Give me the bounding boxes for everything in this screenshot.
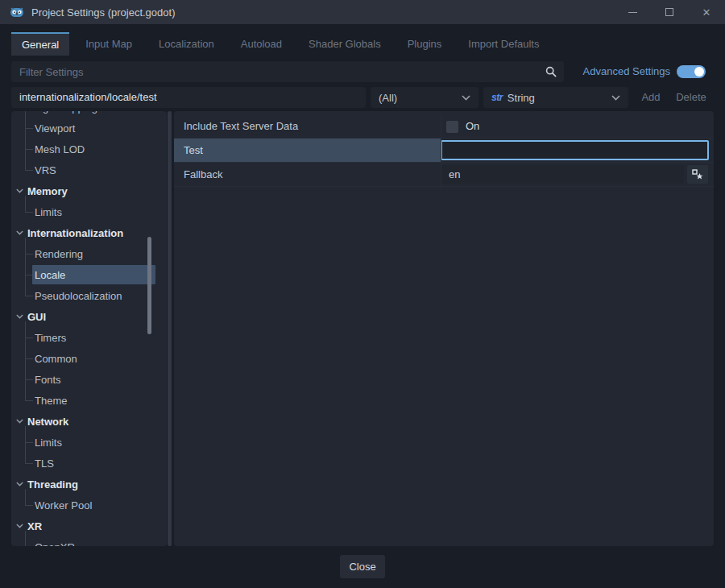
tree-item-label: OpenXR <box>35 541 75 547</box>
tree-item-label: Worker Pool <box>35 499 92 511</box>
minimize-button[interactable] <box>614 0 651 24</box>
panel-splitter[interactable] <box>168 111 172 546</box>
maximize-button[interactable] <box>651 0 688 24</box>
tree-category-internationalization[interactable]: Internationalization <box>11 222 167 243</box>
chevron-down-icon <box>462 95 470 101</box>
settings-properties-panel: Include Text Server DataOnTestFallbacken <box>174 111 714 546</box>
type-dropdown[interactable]: str String <box>483 87 628 108</box>
tree-item-label: Viewport <box>35 122 75 135</box>
close-window-button[interactable]: ✕ <box>688 0 725 24</box>
checkbox-unchecked[interactable] <box>446 121 458 133</box>
tree-category-xr[interactable]: XR <box>11 516 167 536</box>
tree-children: LightmappingViewportMesh LODVRS <box>11 111 167 180</box>
tree-category-threading[interactable]: Threading <box>11 474 167 495</box>
tab-autoload[interactable]: Autoload <box>230 32 292 56</box>
chevron-down-icon <box>16 482 26 487</box>
property-value-input[interactable]: en <box>442 165 684 184</box>
tree-item-label: Mesh LOD <box>35 143 85 155</box>
chevron-down-icon <box>16 314 26 319</box>
tree-category-label: Network <box>27 416 68 428</box>
locale-picker-button[interactable] <box>687 165 708 184</box>
tree-item-worker-pool[interactable]: Worker Pool <box>11 495 167 516</box>
titlebar: Project Settings (project.godot) ✕ <box>0 0 725 24</box>
chevron-down-icon <box>16 230 26 235</box>
tree-item-vrs[interactable]: VRS <box>11 159 167 180</box>
tree-item-label: Limits <box>35 206 62 218</box>
delete-button[interactable]: Delete <box>669 87 714 108</box>
tree-item-label: TLS <box>35 458 54 470</box>
tree-category-label: Internationalization <box>27 227 123 239</box>
advanced-settings-toggle[interactable] <box>677 65 706 78</box>
tree-item-label: Common <box>35 353 77 365</box>
search-icon <box>545 66 557 77</box>
tab-localization[interactable]: Localization <box>148 32 225 56</box>
type-value: String <box>508 92 535 104</box>
tab-input-map[interactable]: Input Map <box>75 32 143 56</box>
tree-item-fonts[interactable]: Fonts <box>11 369 167 390</box>
toggle-knob <box>694 67 704 77</box>
tree-item-limits[interactable]: Limits <box>11 432 167 453</box>
settings-category-tree: LightmappingViewportMesh LODVRSMemoryLim… <box>11 111 167 546</box>
tab-import-defaults[interactable]: Import Defaults <box>458 32 549 56</box>
tree-item-openxr[interactable]: OpenXR <box>11 536 167 546</box>
tree-item-label: Locale <box>35 269 65 281</box>
tree-category-network[interactable]: Network <box>11 411 167 432</box>
chevron-down-icon <box>16 188 26 193</box>
chevron-down-icon <box>16 524 26 528</box>
sidebar-scrollbar[interactable] <box>147 237 151 334</box>
property-value-input-focused[interactable] <box>441 140 709 160</box>
tree-category-memory[interactable]: Memory <box>11 180 167 201</box>
godot-logo-icon <box>10 5 24 19</box>
minimize-icon <box>628 12 637 13</box>
close-icon: ✕ <box>702 7 711 18</box>
chevron-down-icon <box>611 95 620 101</box>
tree-item-label: Pseudolocalization <box>35 290 122 302</box>
tab-general[interactable]: General <box>11 32 69 56</box>
tree-children: TimersCommonFontsTheme <box>11 327 167 411</box>
tree-item-limits[interactable]: Limits <box>11 201 167 222</box>
tree-item-label: Lightmapping <box>35 111 97 114</box>
tree-item-viewport[interactable]: Viewport <box>11 118 167 139</box>
tree-item-label: Limits <box>35 437 62 449</box>
property-row-include-text-server-data: Include Text Server DataOn <box>174 114 714 139</box>
tab-plugins[interactable]: Plugins <box>397 32 453 56</box>
tree-item-theme[interactable]: Theme <box>11 390 167 411</box>
tree-category-label: Memory <box>27 185 68 197</box>
tree-children: RenderingLocalePseudolocalization <box>11 243 167 306</box>
tree-children: OpenXR <box>11 536 167 546</box>
tree-item-label: Fonts <box>35 374 61 386</box>
add-button[interactable]: Add <box>635 87 667 108</box>
property-label: Include Text Server Data <box>184 120 298 132</box>
tree-category-label: GUI <box>27 311 46 323</box>
tree-category-label: XR <box>27 520 42 532</box>
tree-item-pseudolocalization[interactable]: Pseudolocalization <box>11 285 167 306</box>
tree-item-mesh-lod[interactable]: Mesh LOD <box>11 139 167 159</box>
settings-tab-bar: GeneralInput MapLocalizationAutoloadShad… <box>11 32 549 56</box>
tree-item-lightmapping[interactable]: Lightmapping <box>11 111 167 118</box>
maximize-icon <box>665 8 673 16</box>
tree-item-label: VRS <box>35 164 56 176</box>
tree-category-label: Threading <box>27 478 78 491</box>
filter-placeholder: Filter Settings <box>19 66 545 78</box>
property-row-fallback: Fallbacken <box>174 163 714 187</box>
tree-item-label: Theme <box>35 395 67 407</box>
checkbox-text: On <box>466 120 479 132</box>
tree-item-common[interactable]: Common <box>11 348 167 369</box>
property-label: Test <box>184 144 203 156</box>
string-type-icon: str <box>491 92 503 103</box>
tree-item-label: Timers <box>35 332 66 344</box>
tree-item-rendering[interactable]: Rendering <box>11 243 167 264</box>
feature-filter-dropdown[interactable]: (All) <box>371 87 478 108</box>
tree-children: LimitsTLS <box>11 432 167 474</box>
filter-settings-input[interactable]: Filter Settings <box>11 61 564 82</box>
tree-item-timers[interactable]: Timers <box>11 327 167 348</box>
locale-picker-icon <box>692 169 703 180</box>
advanced-settings-label: Advanced Settings <box>583 61 670 82</box>
tab-shader-globals[interactable]: Shader Globals <box>298 32 392 56</box>
close-button[interactable]: Close <box>340 555 385 578</box>
property-path-input[interactable]: internationalization/locale/test <box>11 87 366 108</box>
tree-item-tls[interactable]: TLS <box>11 453 167 474</box>
tree-category-gui[interactable]: GUI <box>11 306 167 327</box>
property-label: Fallback <box>184 168 222 180</box>
tree-item-locale[interactable]: Locale <box>11 264 167 285</box>
